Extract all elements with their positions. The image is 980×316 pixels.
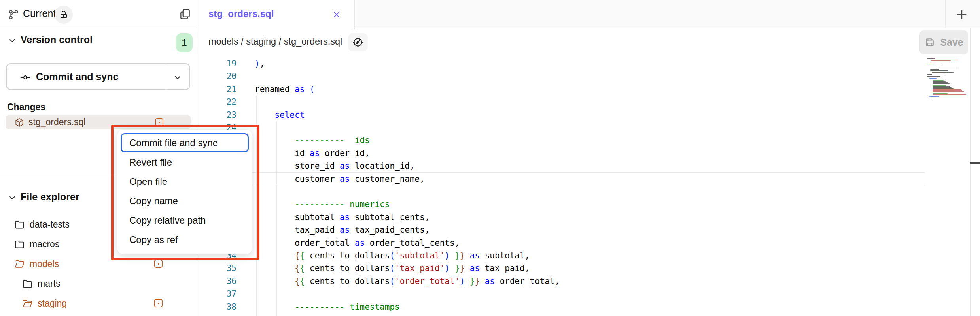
minimap[interactable] [925, 56, 970, 316]
code-line-26: 26 id as order_id, [197, 147, 925, 160]
sidebar-item-models[interactable]: models [14, 256, 59, 272]
code-text: {{ dbt.date_trunc('day', 'ordered_at') }… [255, 313, 575, 316]
changes-count-badge: 1 [176, 33, 193, 52]
split-button-divider [166, 64, 166, 89]
code-line-19: 19), [197, 57, 925, 70]
minimap-line [929, 96, 939, 97]
code-line-33: 33 order_total as order_total_cents, [197, 237, 925, 250]
code-line-22: 22 [197, 96, 925, 109]
code-text: renamed as ( [255, 83, 315, 96]
changes-section-title: Changes [7, 102, 45, 113]
sidebar-item-macros[interactable]: macros [14, 236, 59, 252]
sidebar-item-staging[interactable]: staging [22, 295, 67, 311]
line-number: 20 [197, 70, 236, 83]
panel-divider [970, 28, 971, 316]
menu-item-commit-file-and-sync[interactable]: Commit file and sync [121, 133, 249, 152]
minimap-line [933, 89, 961, 90]
code-text: store_id as location_id, [255, 160, 415, 173]
line-number: 35 [197, 262, 236, 275]
save-button[interactable]: Save [919, 30, 968, 54]
folder-open-icon [14, 259, 25, 269]
version-control-title[interactable]: Version control [21, 34, 93, 45]
code-text: {{ cents_to_dollars('subtotal') }} as su… [255, 249, 530, 262]
minimap-line [927, 66, 941, 66]
line-number: 37 [197, 288, 236, 301]
code-text: ---------- numerics [255, 198, 390, 211]
code-text: ), [255, 57, 265, 70]
minimap-line [927, 74, 932, 75]
folder-name: marts [38, 278, 61, 289]
lineage-button[interactable] [348, 33, 368, 51]
code-line-34: 34 {{ cents_to_dollars('subtotal') }} as… [197, 249, 925, 262]
code-editor[interactable]: 19),2021renamed as (2223 select2425 ----… [197, 56, 980, 316]
plus-icon [955, 8, 969, 21]
folder-icon [14, 219, 25, 230]
copy-branch-icon[interactable] [179, 8, 191, 21]
close-tab-icon[interactable] [332, 10, 341, 19]
changed-file-row[interactable]: stg_orders.sql [6, 115, 191, 129]
code-text: ---------- ids [255, 134, 370, 147]
menu-item-copy-name[interactable]: Copy name [117, 191, 252, 211]
panel-resize-handle[interactable] [970, 162, 980, 164]
menu-item-revert-file[interactable]: Revert file [117, 152, 252, 172]
tab-bar-separator [945, 0, 946, 28]
menu-item-copy-as-ref[interactable]: Copy as ref [117, 230, 252, 249]
branch-name[interactable]: Current [23, 8, 56, 19]
sidebar-item-marts[interactable]: marts [22, 276, 61, 292]
modified-folder-badge [154, 299, 163, 307]
commit-and-sync-button[interactable]: Commit and sync [6, 63, 190, 90]
code-line-35: 35 {{ cents_to_dollars('tax_paid') }} as… [197, 262, 925, 275]
minimap-line [933, 94, 966, 95]
line-number: 22 [197, 96, 236, 109]
minimap-line [931, 60, 951, 61]
minimap-line [932, 73, 944, 73]
chevron-down-icon[interactable] [8, 36, 17, 45]
new-tab-button[interactable] [955, 8, 969, 22]
menu-item-open-file[interactable]: Open file [117, 172, 252, 191]
tab-stg-orders[interactable]: stg_orders.sql [197, 0, 355, 29]
chevron-down-icon[interactable] [8, 193, 17, 202]
compass-icon [352, 36, 364, 49]
code-text: {{ cents_to_dollars('order_total') }} as… [255, 275, 560, 288]
git-branch-icon [8, 9, 20, 21]
code-line-24: 24 [197, 121, 925, 134]
code-line-23: 23 select [197, 109, 925, 122]
file-explorer-title[interactable]: File explorer [21, 191, 79, 203]
modified-folder-badge [154, 260, 163, 268]
minimap-line [933, 81, 946, 82]
line-number: 36 [197, 275, 236, 288]
folder-name: models [30, 259, 59, 269]
modified-file-badge [155, 118, 163, 126]
code-text: subtotal as subtotal_cents, [255, 211, 430, 224]
code-line-20: 20 [197, 70, 925, 83]
minimap-line [927, 62, 931, 62]
tab-label: stg_orders.sql [208, 8, 274, 19]
minimap-line [927, 76, 940, 77]
changed-file-name: stg_orders.sql [28, 117, 85, 128]
code-line-39: 39 {{ dbt.date_trunc('day', 'ordered_at'… [197, 313, 925, 316]
chevron-down-icon[interactable] [173, 73, 182, 82]
code-line-30: 30 ---------- numerics [197, 198, 925, 211]
code-line-28: 28 customer as customer_name, [197, 173, 925, 186]
menu-item-copy-relative-path[interactable]: Copy relative path [117, 211, 252, 230]
folder-icon [22, 278, 33, 289]
model-cube-icon [14, 117, 25, 128]
code-line-38: 38 ---------- timestamps [197, 301, 925, 314]
folder-name: data-tests [30, 219, 70, 230]
code-text: {{ cents_to_dollars('tax_paid') }} as ta… [255, 262, 530, 275]
editor-header: models / staging / stg_orders.sql Save [197, 28, 980, 56]
folder-name: staging [38, 298, 67, 309]
line-number: 38 [197, 301, 236, 314]
code-line-27: 27 store_id as location_id, [197, 160, 925, 173]
code-line-21: 21renamed as ( [197, 83, 925, 96]
breadcrumb[interactable]: models / staging / stg_orders.sql [208, 36, 342, 47]
sidebar-item-data-tests[interactable]: data-tests [14, 216, 70, 232]
code-text: customer as customer_name, [255, 173, 425, 186]
code-text: select [255, 109, 305, 122]
minimap-line [927, 58, 935, 59]
code-text: ---------- timestamps [255, 301, 400, 314]
minimap-line [929, 78, 937, 79]
code-line-25: 25 ---------- ids [197, 134, 925, 147]
save-button-label: Save [940, 37, 963, 48]
code-text: id as order_id, [255, 147, 370, 160]
